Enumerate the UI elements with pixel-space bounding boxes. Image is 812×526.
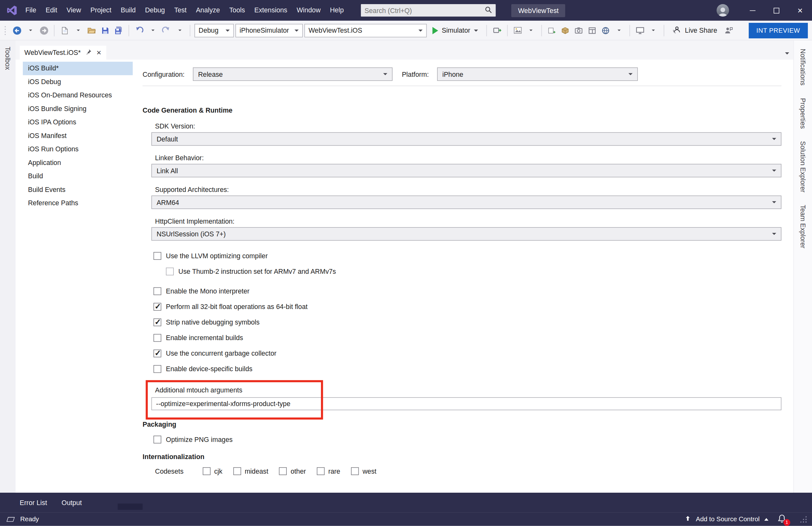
user-avatar[interactable] [716,4,729,16]
redo-dropdown[interactable] [174,24,186,37]
checkbox[interactable] [154,318,161,326]
menu-project[interactable]: Project [86,0,116,20]
notifications-bell-button[interactable]: 1 [777,514,787,524]
navigate-back-dropdown[interactable] [25,24,37,37]
xaml-previewer-icon[interactable] [512,24,524,37]
navigate-back-button[interactable] [11,24,23,37]
checkbox-row-optimize-png[interactable]: Optimize PNG images [154,436,782,443]
sidebar-item-ios-ipa-options[interactable]: iOS IPA Options [23,116,133,129]
globe-icon[interactable] [600,24,612,37]
sidebar-item-reference-paths[interactable]: Reference Paths [23,197,133,210]
checkbox-row-strip-symbols[interactable]: Strip native debugging symbols [154,318,782,326]
sidebar-item-ios-bundle-signing[interactable]: iOS Bundle Signing [23,102,133,116]
device-monitor-dropdown[interactable] [648,24,660,37]
sidebar-item-ios-build[interactable]: iOS Build* [23,62,133,75]
menu-help[interactable]: Help [325,0,348,20]
sidebar-item-ios-on-demand-resources[interactable]: iOS On-Demand Resources [23,89,133,102]
codeset-rare[interactable]: rare [317,467,340,475]
sidebar-item-build-events[interactable]: Build Events [23,183,133,197]
solution-name-label[interactable]: WebViewTest [511,4,565,17]
tab-close-icon[interactable]: ✕ [96,49,101,56]
tab-solution-explorer[interactable]: Solution Explorer [799,141,807,193]
resize-grip[interactable] [800,515,807,523]
menu-build[interactable]: Build [116,0,141,20]
previewer-dropdown[interactable] [525,24,537,37]
sdk-version-select[interactable]: Default [151,132,781,146]
tab-notifications[interactable]: Notifications [799,49,807,86]
checkbox[interactable] [154,303,161,311]
tab-properties[interactable]: Properties [799,98,807,129]
httpclient-implementation-select[interactable]: NSUrlSession (iOS 7+) [151,227,781,241]
menu-edit[interactable]: Edit [41,0,62,20]
menu-test[interactable]: Test [170,0,191,20]
device-monitor-icon[interactable] [634,24,646,37]
maximize-button[interactable] [765,0,788,20]
checkbox-row-device-specific-builds[interactable]: Enable device-specific builds [154,365,782,373]
menu-view[interactable]: View [62,0,86,20]
sidebar-item-ios-debug[interactable]: iOS Debug [23,75,133,89]
add-to-source-control-button[interactable]: Add to Source Control [696,515,760,523]
menu-extensions[interactable]: Extensions [250,0,292,20]
document-tab[interactable]: WebViewTest.iOS* ✕ [20,46,106,60]
send-feedback-icon[interactable] [723,24,735,37]
checkbox[interactable] [154,334,161,342]
startup-project-dropdown[interactable]: WebViewTest.iOS [304,24,427,37]
redo-button[interactable] [160,24,172,37]
window-layout-icon[interactable] [586,24,598,37]
undo-button[interactable] [133,24,145,37]
checkbox[interactable] [279,467,287,475]
toolbox-tab[interactable]: Toolbox [4,47,12,493]
pin-icon[interactable] [85,49,92,57]
add-item-icon[interactable] [546,24,558,37]
document-list-dropdown[interactable] [785,52,789,55]
checkbox[interactable] [154,365,161,373]
checkbox[interactable] [154,287,161,295]
checkbox[interactable] [154,350,161,357]
menu-tools[interactable]: Tools [224,0,250,20]
tab-team-explorer[interactable]: Team Explorer [799,205,807,248]
quick-search-box[interactable] [361,4,496,16]
navigate-forward-button[interactable] [38,24,50,37]
checkbox[interactable] [154,252,161,260]
configuration-select[interactable]: Release [193,68,392,81]
checkbox[interactable] [351,467,359,475]
minimize-button[interactable] [740,0,764,20]
checkbox[interactable] [154,436,161,443]
sidebar-item-build[interactable]: Build [23,170,133,183]
package-icon[interactable] [560,24,571,37]
checkbox[interactable] [317,467,325,475]
new-file-dropdown[interactable] [72,24,84,37]
open-file-button[interactable] [86,24,98,37]
save-button[interactable] [99,24,111,37]
solution-configuration-dropdown[interactable]: Debug [194,24,234,37]
checkbox-row-llvm[interactable]: Use the LLVM optimizing compiler [154,252,782,260]
start-debugging-button[interactable]: Simulator [428,24,482,37]
close-button[interactable]: ✕ [788,0,812,20]
tab-error-list[interactable]: Error List [20,499,47,507]
menu-window[interactable]: Window [292,0,325,20]
undo-dropdown[interactable] [147,24,159,37]
codeset-cjk[interactable]: cjk [203,467,222,475]
sidebar-item-ios-manifest[interactable]: iOS Manifest [23,129,133,143]
int-preview-button[interactable]: INT PREVIEW [749,23,808,38]
checkbox[interactable] [233,467,241,475]
checkbox-row-thumb2[interactable]: Use Thumb-2 instruction set for ARMv7 an… [166,268,781,276]
codeset-west[interactable]: west [351,467,377,475]
screenshot-icon[interactable] [573,24,585,37]
supported-architectures-select[interactable]: ARM64 [151,196,781,209]
checkbox[interactable] [203,467,211,475]
platform-select[interactable]: iPhone [437,68,638,81]
toolbar-overflow-dropdown[interactable] [613,24,625,37]
search-input[interactable] [364,6,485,14]
checkbox-row-concurrent-gc[interactable]: Use the concurrent garbage collector [154,350,782,357]
live-share-button[interactable]: Live Share [668,25,721,35]
checkbox-row-incremental-builds[interactable]: Enable incremental builds [154,334,782,342]
checkbox-row-mono-interpreter[interactable]: Enable the Mono interpreter [154,287,782,295]
solution-platform-dropdown[interactable]: iPhoneSimulator [235,24,303,37]
menu-analyze[interactable]: Analyze [191,0,224,20]
attach-to-process-icon[interactable] [491,24,503,37]
checkbox-row-float64[interactable]: Perform all 32-bit float operations as 6… [154,303,782,311]
menu-debug[interactable]: Debug [141,0,170,20]
new-file-button[interactable] [59,24,71,37]
toolbar-drag-handle[interactable] [4,25,6,35]
